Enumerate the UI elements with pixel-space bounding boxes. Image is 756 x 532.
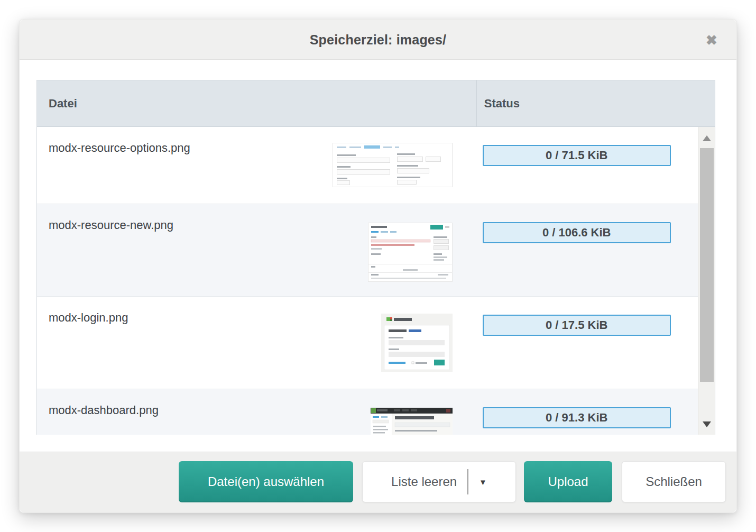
status-cell: 0 / 17.5 KiB <box>476 297 715 389</box>
table-header-row: Datei Status <box>37 80 715 127</box>
file-cell: modx-resource-new.png <box>37 204 476 296</box>
file-thumbnail <box>381 314 453 372</box>
file-cell: modx-dashboard.png <box>37 389 476 435</box>
dialog-footer: Datei(en) auswählen Liste leeren ▼ Uploa… <box>20 452 736 512</box>
upload-button[interactable]: Upload <box>524 461 612 502</box>
column-header-datei: Datei <box>37 80 476 126</box>
file-thumbnail <box>371 408 453 435</box>
upload-progress: 0 / 91.3 KiB <box>483 407 671 428</box>
table-row[interactable]: modx-resource-new.png <box>37 204 715 296</box>
upload-dialog: Speicherziel: images/ ✖ Datei Status mod… <box>19 19 737 513</box>
file-cell: modx-resource-options.png <box>37 127 476 204</box>
upload-progress: 0 / 106.6 KiB <box>483 222 671 243</box>
upload-file-table: Datei Status modx-resource-options.png <box>36 80 715 435</box>
button-divider <box>467 469 468 494</box>
close-dialog-button[interactable]: Schließen <box>622 461 726 502</box>
upload-progress: 0 / 71.5 KiB <box>483 145 671 166</box>
select-files-button[interactable]: Datei(en) auswählen <box>179 461 353 502</box>
status-cell: 0 / 106.6 KiB <box>476 204 715 296</box>
vertical-scrollbar[interactable] <box>698 127 715 435</box>
file-thumbnail <box>368 223 453 282</box>
file-cell: modx-login.png <box>37 297 476 389</box>
status-cell: 0 / 71.5 KiB <box>476 127 715 204</box>
file-thumbnail <box>333 143 453 187</box>
scrollbar-thumb[interactable] <box>700 148 714 382</box>
dropdown-caret-icon[interactable]: ▼ <box>479 478 487 486</box>
status-cell: 0 / 91.3 KiB <box>476 389 715 435</box>
table-row[interactable]: modx-resource-options.png <box>37 127 715 204</box>
upload-progress: 0 / 17.5 KiB <box>483 315 671 336</box>
column-header-status: Status <box>476 80 715 126</box>
scroll-up-icon[interactable] <box>703 135 711 141</box>
scroll-down-icon[interactable] <box>703 421 711 427</box>
clear-list-label: Liste leeren <box>391 474 457 489</box>
clear-list-button[interactable]: Liste leeren ▼ <box>362 461 516 502</box>
table-row[interactable]: modx-login.png <box>37 296 715 389</box>
close-icon[interactable]: ✖ <box>703 31 721 49</box>
dialog-header: Speicherziel: images/ ✖ <box>20 20 736 60</box>
dialog-title: Speicherziel: images/ <box>20 32 736 48</box>
table-scroll-area: modx-resource-options.png <box>37 127 715 435</box>
table-row[interactable]: modx-dashboard.png <box>37 389 715 435</box>
